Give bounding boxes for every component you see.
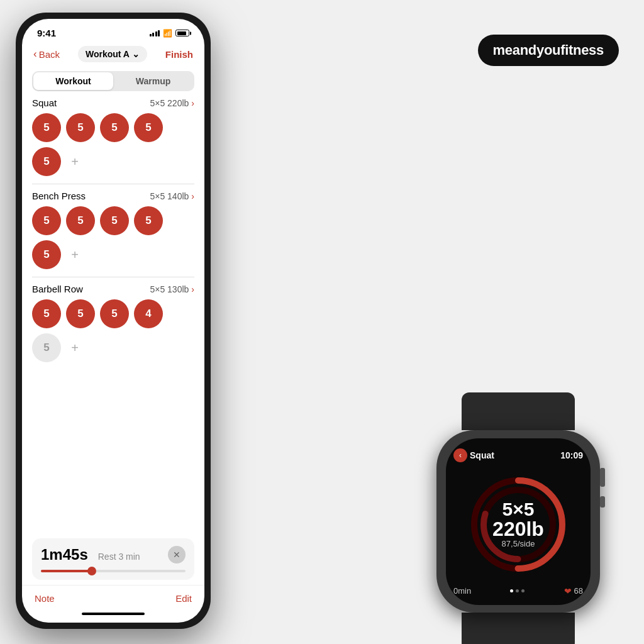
chevron-right-icon: › [191,191,194,201]
barbell-set-2[interactable]: 5 [66,299,95,328]
watch-band-top [462,392,575,430]
rest-timer: 1m45s Rest 3 min ✕ [32,538,194,580]
exercise-bench-press: Bench Press 5×5 140lb › 5 5 5 5 5 + [32,191,194,269]
rest-timer-time: 1m45s [41,546,88,564]
segment-control: Workout Warmup [32,71,194,91]
exercise-bench-header: Bench Press 5×5 140lb › [32,191,194,201]
bench-set-1[interactable]: 5 [32,206,61,235]
heart-icon: ❤ [564,586,572,596]
home-indicator [22,608,204,623]
watch-crown [600,468,605,487]
wifi-icon: 📶 [163,29,172,38]
phone-device: 9:41 📶 ‹ Back Workout A [16,13,211,629]
chevron-right-icon: › [191,98,194,108]
exercise-squat-header: Squat 5×5 220lb › [32,97,194,108]
back-label: Back [39,49,60,60]
barbell-set-4[interactable]: 4 [134,299,163,328]
chevron-down-icon: ⌄ [132,49,140,59]
watch-device: ‹ Squat 10:09 5×5 [418,392,619,625]
rest-timer-header: 1m45s Rest 3 min ✕ [41,546,186,564]
barbell-set-1[interactable]: 5 [32,299,61,328]
watch-weight: 220lb [492,519,544,539]
watch-header: ‹ Squat 10:09 [453,448,583,462]
watch-exercise-name: Squat [470,450,494,460]
bench-add-set-button[interactable]: + [66,246,84,264]
battery-icon [175,30,189,36]
squat-set-4[interactable]: 5 [134,113,163,142]
watch-back-icon: ‹ [453,448,467,462]
watch-sub: 87,5/side [492,539,544,548]
tab-warmup[interactable]: Warmup [113,72,193,90]
watch-ring: 5×5 220lb 87,5/side [458,475,578,573]
nav-bar: ‹ Back Workout A ⌄ Finish [22,42,204,67]
rest-timer-label: Rest 3 min [98,552,140,562]
heart-rate-value: 68 [574,586,583,596]
squat-set-2[interactable]: 5 [66,113,95,142]
brand-label: meandyoufitness [478,35,619,66]
watch-center-info: 5×5 220lb 87,5/side [492,500,544,548]
barbell-set-3[interactable]: 5 [100,299,129,328]
page-dot-2 [516,589,519,592]
divider-1 [32,184,194,184]
exercise-bench-name: Bench Press [32,191,86,201]
signal-icon [150,30,160,36]
status-time: 9:41 [37,28,56,38]
exercise-barbell-header: Barbell Row 5×5 130lb › [32,284,194,294]
exercise-squat-detail: 5×5 220lb [150,98,189,108]
watch-case: ‹ Squat 10:09 5×5 [436,430,600,613]
home-bar [82,613,145,615]
tab-workout[interactable]: Workout [33,72,113,90]
bench-set-5[interactable]: 5 [32,240,61,269]
workout-title-button[interactable]: Workout A ⌄ [78,46,147,62]
exercise-bench-info[interactable]: 5×5 140lb › [150,191,194,201]
squat-sets-row: 5 5 5 5 5 + [32,113,194,176]
exercise-barbell-info[interactable]: 5×5 130lb › [150,284,194,294]
back-button[interactable]: ‹ Back [33,48,60,60]
page-dot-1 [510,589,513,592]
bench-set-3[interactable]: 5 [100,206,129,235]
watch-duration: 0min [453,586,471,596]
edit-button[interactable]: Edit [175,593,192,604]
finish-button[interactable]: Finish [165,49,193,60]
watch-page-dots [510,589,525,592]
watch-heart-rate: ❤ 68 [564,586,583,596]
exercise-barbell-detail: 5×5 130lb [150,284,189,294]
status-bar: 9:41 📶 [22,19,204,42]
status-icons: 📶 [150,29,190,38]
squat-set-3[interactable]: 5 [100,113,129,142]
exercise-squat: Squat 5×5 220lb › 5 5 5 5 5 + [32,97,194,176]
exercises-container: Squat 5×5 220lb › 5 5 5 5 5 + [22,97,204,533]
rest-timer-progress[interactable] [41,570,186,572]
page-dot-3 [521,589,525,592]
chevron-right-icon: › [191,284,194,294]
watch-back-button[interactable]: ‹ Squat [453,448,494,462]
bench-set-4[interactable]: 5 [134,206,163,235]
watch-time: 10:09 [560,450,583,460]
barbell-set-5[interactable]: 5 [32,333,61,362]
watch-reps: 5×5 [492,500,544,519]
exercise-bench-detail: 5×5 140lb [150,191,189,201]
watch-side-button [600,496,605,508]
exercise-barbell-name: Barbell Row [32,284,83,294]
rest-timer-close-button[interactable]: ✕ [168,546,186,564]
bench-sets-row: 5 5 5 5 5 + [32,206,194,269]
barbell-sets-row: 5 5 5 4 5 + [32,299,194,362]
note-button[interactable]: Note [35,593,55,604]
progress-bar-fill [41,570,92,572]
bottom-bar: Note Edit [22,585,204,608]
squat-add-set-button[interactable]: + [66,153,84,170]
phone-screen: 9:41 📶 ‹ Back Workout A [22,19,204,623]
squat-set-5[interactable]: 5 [32,147,61,176]
chevron-left-icon: ‹ [33,48,37,60]
watch-screen: ‹ Squat 10:09 5×5 [446,438,591,605]
workout-title: Workout A [86,49,130,59]
divider-2 [32,277,194,277]
bench-set-2[interactable]: 5 [66,206,95,235]
squat-set-1[interactable]: 5 [32,113,61,142]
exercise-squat-info[interactable]: 5×5 220lb › [150,98,194,108]
watch-band-bottom [462,613,575,644]
barbell-add-set-button[interactable]: + [66,339,84,357]
progress-thumb [87,567,96,575]
exercise-barbell-row: Barbell Row 5×5 130lb › 5 5 5 4 5 + [32,284,194,362]
watch-footer: 0min ❤ 68 [453,586,583,596]
